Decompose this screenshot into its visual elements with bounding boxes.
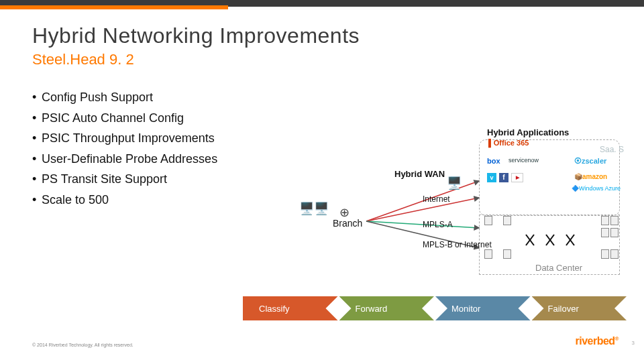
- vimeo-icon: v: [487, 173, 496, 182]
- facebook-icon: f: [499, 173, 508, 182]
- tab-classify: Classify: [243, 296, 338, 320]
- rack-icon: [601, 216, 609, 225]
- label-hybrid-wan: Hybrid WAN: [394, 169, 445, 179]
- tab-forward: Forward: [339, 296, 435, 320]
- network-diagram: 🖥️🖥️ ⊕ 🖥️ Hybrid Applications Saa. S Hyb…: [333, 127, 628, 285]
- label-branch: Branch: [333, 218, 362, 229]
- youtube-icon: ▶: [511, 173, 523, 182]
- zscaler-icon: ⦿zscaler: [574, 157, 606, 165]
- tab-failover: Failover: [532, 296, 627, 320]
- process-tabs: Classify Forward Monitor Failover: [243, 296, 627, 320]
- accent-bar: [0, 5, 228, 9]
- copyright: © 2014 Riverbed Technology. All rights r…: [32, 343, 133, 347]
- monitor-icon: 🖥️: [447, 176, 462, 190]
- page-title: Hybrid Networking Improvements: [32, 23, 631, 48]
- office365-icon: ▌Office 365: [488, 139, 529, 147]
- tab-monitor: Monitor: [435, 296, 531, 320]
- list-item: •PSIC Auto Channel Config: [32, 108, 631, 129]
- aws-icon: 📦amazon: [574, 173, 607, 180]
- label-mpls-a: MPLS-A: [423, 220, 453, 229]
- label-hybrid-apps: Hybrid Applications: [487, 127, 569, 137]
- rack-icon: [610, 228, 619, 237]
- slide: Hybrid Networking Improvements Steel.Hea…: [0, 0, 644, 362]
- azure-icon: 🔷Windows Azure: [572, 185, 621, 192]
- riverbed-logo: riverbed®: [575, 335, 619, 347]
- box-icon: box: [487, 157, 500, 165]
- rack-icon: [610, 249, 619, 259]
- list-item: •Config Push Support: [32, 87, 631, 108]
- rack-icon: [601, 228, 609, 237]
- servicenow-icon: servicenow: [508, 157, 539, 164]
- label-saas: Saa. S: [600, 145, 624, 154]
- page-number: 3: [632, 340, 635, 346]
- pc-icon: 🖥️🖥️: [299, 201, 329, 216]
- server-icon: [484, 216, 492, 225]
- server-icon: [503, 249, 511, 259]
- server-icon: [503, 216, 511, 225]
- label-mpls-b: MPLS-B or Internet: [423, 240, 492, 249]
- rack-icon: [610, 216, 619, 225]
- rack-icon: [601, 249, 609, 259]
- subtitle: Steel.Head 9. 2: [32, 51, 631, 68]
- label-internet: Internet: [423, 194, 450, 204]
- label-data-center: Data Center: [535, 263, 582, 273]
- server-icon: [484, 249, 492, 259]
